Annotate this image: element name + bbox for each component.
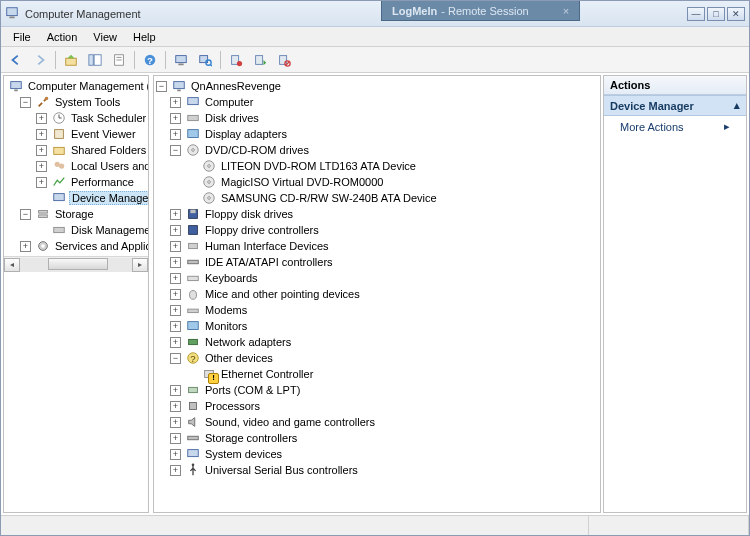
expand-icon[interactable]: + — [36, 177, 47, 188]
back-button[interactable] — [5, 49, 27, 71]
menu-help[interactable]: Help — [125, 29, 164, 45]
dev-ethernet-controller[interactable]: Ethernet Controller — [186, 366, 598, 382]
expand-icon[interactable]: + — [170, 385, 181, 396]
expand-icon[interactable]: + — [36, 161, 47, 172]
scroll-thumb[interactable] — [48, 258, 108, 270]
scroll-right-button[interactable]: ▸ — [132, 258, 148, 272]
dev-samsung[interactable]: SAMSUNG CD-R/RW SW-240B ATA Device — [186, 190, 598, 206]
scan-hardware-icon[interactable] — [194, 49, 216, 71]
close-button[interactable]: ✕ — [727, 7, 745, 21]
cat-monitors[interactable]: +Monitors — [170, 318, 598, 334]
expand-icon[interactable]: + — [170, 465, 181, 476]
svg-rect-51 — [189, 243, 198, 248]
cat-display-adapters[interactable]: +Display adapters — [170, 126, 598, 142]
tree-services-apps[interactable]: +Services and Applications — [20, 238, 146, 254]
cat-disk-drives[interactable]: +Disk drives — [170, 110, 598, 126]
expand-icon[interactable]: + — [170, 401, 181, 412]
cat-network[interactable]: +Network adapters — [170, 334, 598, 350]
tree-system-tools[interactable]: − System Tools — [20, 94, 146, 110]
cat-computer[interactable]: +Computer — [170, 94, 598, 110]
expand-icon[interactable]: + — [36, 129, 47, 140]
actions-pane: Actions Device Manager ▴ More Actions ▸ — [603, 75, 747, 513]
collapse-icon[interactable]: − — [170, 145, 181, 156]
tree-device-manager[interactable]: Device Manager — [36, 190, 146, 206]
devices-computer-icon[interactable] — [170, 49, 192, 71]
expand-icon[interactable]: + — [170, 129, 181, 140]
svg-rect-60 — [205, 371, 214, 378]
cat-ide[interactable]: +IDE ATA/ATAPI controllers — [170, 254, 598, 270]
up-button[interactable] — [60, 49, 82, 71]
tree-performance[interactable]: +Performance — [36, 174, 146, 190]
maximize-button[interactable]: □ — [707, 7, 725, 21]
cat-storage-controllers[interactable]: +Storage controllers — [170, 430, 598, 446]
cat-usb[interactable]: +Universal Serial Bus controllers — [170, 462, 598, 478]
expand-icon[interactable]: + — [20, 241, 31, 252]
collapse-icon[interactable]: − — [20, 209, 31, 220]
cd-icon — [201, 190, 217, 206]
cat-other[interactable]: −?Other devices — [170, 350, 598, 366]
expand-icon[interactable]: + — [170, 273, 181, 284]
expand-icon[interactable]: + — [170, 257, 181, 268]
collapse-icon[interactable]: − — [20, 97, 31, 108]
cat-floppy-controllers[interactable]: +Floppy drive controllers — [170, 222, 598, 238]
dev-magiciso[interactable]: MagicISO Virtual DVD-ROM0000 — [186, 174, 598, 190]
expand-icon[interactable]: + — [170, 449, 181, 460]
cat-hid[interactable]: +Human Interface Devices — [170, 238, 598, 254]
svg-point-41 — [192, 149, 195, 152]
expand-icon[interactable]: + — [170, 321, 181, 332]
expand-icon[interactable]: + — [170, 337, 181, 348]
collapse-icon[interactable]: − — [156, 81, 167, 92]
collapse-icon[interactable]: − — [170, 353, 181, 364]
tree-storage[interactable]: −Storage — [20, 206, 146, 222]
update-driver-icon[interactable] — [249, 49, 271, 71]
menu-action[interactable]: Action — [39, 29, 86, 45]
left-pane-scrollbar[interactable]: ◂ ▸ — [4, 256, 148, 272]
tree-local-users[interactable]: +Local Users and Groups — [36, 158, 146, 174]
expand-icon[interactable]: + — [170, 433, 181, 444]
uninstall-icon[interactable] — [225, 49, 247, 71]
expand-icon[interactable]: + — [170, 113, 181, 124]
dev-liteon[interactable]: LITEON DVD-ROM LTD163 ATA Device — [186, 158, 598, 174]
tree-shared-folders[interactable]: +Shared Folders — [36, 142, 146, 158]
cat-sound[interactable]: +Sound, video and game controllers — [170, 414, 598, 430]
cat-keyboards[interactable]: +Keyboards — [170, 270, 598, 286]
tree-event-viewer[interactable]: +Event Viewer — [36, 126, 146, 142]
expand-icon[interactable]: + — [170, 97, 181, 108]
action-more-actions[interactable]: More Actions ▸ — [604, 116, 746, 137]
cat-modems[interactable]: +Modems — [170, 302, 598, 318]
cat-processors[interactable]: +Processors — [170, 398, 598, 414]
svg-rect-55 — [188, 309, 199, 313]
cat-floppy-drives[interactable]: +Floppy disk drives — [170, 206, 598, 222]
help-button[interactable]: ? — [139, 49, 161, 71]
cat-mice[interactable]: +Mice and other pointing devices — [170, 286, 598, 302]
svg-rect-49 — [190, 210, 195, 214]
tree-root[interactable]: Computer Management (Local) — [6, 78, 146, 94]
show-hide-tree-button[interactable] — [84, 49, 106, 71]
expand-icon[interactable]: + — [170, 209, 181, 220]
scroll-track[interactable] — [20, 258, 132, 272]
expand-icon[interactable]: + — [170, 241, 181, 252]
menu-file[interactable]: File — [5, 29, 39, 45]
scroll-left-button[interactable]: ◂ — [4, 258, 20, 272]
tree-disk-management[interactable]: Disk Management — [36, 222, 146, 238]
disable-icon[interactable] — [273, 49, 295, 71]
cat-system[interactable]: +System devices — [170, 446, 598, 462]
expand-icon[interactable]: + — [36, 113, 47, 124]
floppy-icon — [185, 222, 201, 238]
cat-ports[interactable]: +Ports (COM & LPT) — [170, 382, 598, 398]
expand-icon[interactable]: + — [170, 225, 181, 236]
cat-dvd-cd[interactable]: −DVD/CD-ROM drives — [170, 142, 598, 158]
minimize-button[interactable]: — — [687, 7, 705, 21]
forward-button[interactable] — [29, 49, 51, 71]
device-root[interactable]: −QnAnnesRevenge — [156, 78, 598, 94]
remote-badge-close-icon[interactable]: × — [563, 5, 569, 17]
tree-task-scheduler[interactable]: +Task Scheduler — [36, 110, 146, 126]
expand-icon[interactable]: + — [170, 417, 181, 428]
properties-button[interactable] — [108, 49, 130, 71]
menu-view[interactable]: View — [85, 29, 125, 45]
actions-section[interactable]: Device Manager ▴ — [604, 95, 746, 116]
ide-icon — [185, 254, 201, 270]
expand-icon[interactable]: + — [36, 145, 47, 156]
expand-icon[interactable]: + — [170, 305, 181, 316]
expand-icon[interactable]: + — [170, 289, 181, 300]
